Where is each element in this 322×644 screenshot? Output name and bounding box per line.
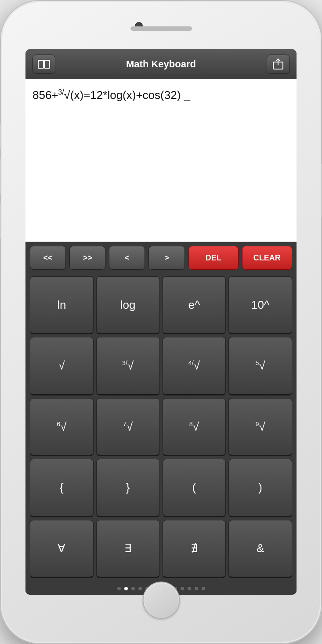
key-9thrt-label: 9√ bbox=[256, 420, 265, 434]
math-keyboard: ln log e^ 10^ √ 3/√ bbox=[25, 274, 297, 582]
key-open-curly-label: { bbox=[60, 481, 64, 494]
key-ampersand-label: & bbox=[257, 542, 264, 555]
page-dot-10[interactable] bbox=[188, 587, 191, 590]
volume-up-button[interactable] bbox=[0, 159, 1, 194]
key-cbrt[interactable]: 3/√ bbox=[96, 337, 160, 395]
key-exp-10[interactable]: 10^ bbox=[228, 276, 292, 334]
key-5thrt[interactable]: 5√ bbox=[228, 337, 292, 395]
key-close-paren[interactable]: ) bbox=[228, 459, 292, 517]
key-log-label: log bbox=[120, 298, 136, 312]
clear-button[interactable]: CLEAR bbox=[242, 246, 292, 270]
page-dot-11[interactable] bbox=[195, 587, 198, 590]
key-ln[interactable]: ln bbox=[30, 276, 94, 334]
svg-rect-0 bbox=[38, 60, 43, 68]
earpiece-speaker bbox=[130, 26, 192, 31]
delete-button[interactable]: DEL bbox=[188, 246, 239, 270]
key-close-curly-label: } bbox=[126, 481, 130, 494]
key-4thrt[interactable]: 4/√ bbox=[163, 337, 226, 395]
home-button[interactable] bbox=[142, 582, 180, 619]
skip-right-button[interactable]: >> bbox=[69, 246, 105, 270]
key-open-paren-label: ( bbox=[192, 481, 196, 494]
key-close-paren-label: ) bbox=[258, 481, 262, 494]
key-cbrt-label: 3/√ bbox=[122, 359, 134, 373]
key-forall[interactable]: ∀ bbox=[30, 520, 94, 578]
key-open-curly[interactable]: { bbox=[30, 459, 94, 517]
page-dot-9[interactable] bbox=[181, 587, 184, 590]
key-sqrt-label: √ bbox=[58, 359, 65, 373]
screen: Math Keyboard 856+3/√(x)=12*log(x)+cos(3… bbox=[25, 49, 297, 595]
move-left-button[interactable]: < bbox=[109, 246, 145, 270]
phone-frame: Math Keyboard 856+3/√(x)=12*log(x)+cos(3… bbox=[0, 0, 322, 644]
key-8thrt-label: 8√ bbox=[189, 420, 199, 434]
key-6thrt-label: 6√ bbox=[57, 420, 66, 434]
skip-left-button[interactable]: << bbox=[30, 246, 66, 270]
svg-rect-1 bbox=[44, 60, 50, 68]
key-exp-10-label: 10^ bbox=[251, 298, 269, 312]
key-8thrt[interactable]: 8√ bbox=[163, 398, 226, 456]
key-7thrt[interactable]: 7√ bbox=[96, 398, 160, 456]
volume-down-button[interactable] bbox=[0, 203, 1, 238]
page-dot-1[interactable] bbox=[124, 587, 128, 590]
keyboard-row-1: ln log e^ 10^ bbox=[30, 276, 292, 334]
key-sqrt[interactable]: √ bbox=[30, 337, 94, 395]
key-exists-label: ∃ bbox=[124, 542, 131, 555]
key-ampersand[interactable]: & bbox=[228, 520, 292, 578]
library-button[interactable] bbox=[33, 55, 55, 74]
keyboard-row-2: √ 3/√ 4/√ 5√ bbox=[30, 337, 292, 395]
keyboard-row-4: { } ( ) bbox=[30, 459, 292, 517]
key-forall-label: ∀ bbox=[58, 542, 65, 555]
expression-text: 856+3/√(x)=12*log(x)+cos(32) _ bbox=[33, 88, 190, 102]
navigation-row: << >> < > DEL CLEAR bbox=[25, 242, 297, 274]
volume-mute-button[interactable] bbox=[0, 124, 1, 148]
key-exp-e-label: e^ bbox=[188, 298, 200, 312]
share-button[interactable] bbox=[267, 55, 289, 74]
key-5thrt-label: 5√ bbox=[256, 359, 265, 373]
key-ln-label: ln bbox=[57, 298, 66, 312]
key-not-exists-label: ∄ bbox=[191, 542, 198, 555]
page-dot-12[interactable] bbox=[202, 587, 205, 590]
key-4thrt-label: 4/√ bbox=[188, 359, 200, 373]
expression-display[interactable]: 856+3/√(x)=12*log(x)+cos(32) _ bbox=[25, 79, 297, 242]
page-dot-3[interactable] bbox=[138, 587, 142, 590]
page-dot-2[interactable] bbox=[131, 587, 135, 590]
key-log[interactable]: log bbox=[96, 276, 160, 334]
page-dot-0[interactable] bbox=[117, 587, 121, 590]
key-9thrt[interactable]: 9√ bbox=[228, 398, 292, 456]
key-open-paren[interactable]: ( bbox=[163, 459, 226, 517]
key-close-curly[interactable]: } bbox=[96, 459, 160, 517]
key-exp-e[interactable]: e^ bbox=[163, 276, 226, 334]
key-not-exists[interactable]: ∄ bbox=[163, 520, 226, 578]
move-right-button[interactable]: > bbox=[148, 246, 185, 270]
keyboard-row-5: ∀ ∃ ∄ & bbox=[30, 520, 292, 578]
app-header: Math Keyboard bbox=[25, 49, 297, 79]
key-7thrt-label: 7√ bbox=[123, 420, 133, 434]
key-exists[interactable]: ∃ bbox=[96, 520, 160, 578]
keyboard-row-3: 6√ 7√ 8√ 9√ bbox=[30, 398, 292, 456]
app-title: Math Keyboard bbox=[126, 59, 196, 70]
key-6thrt[interactable]: 6√ bbox=[30, 398, 94, 456]
